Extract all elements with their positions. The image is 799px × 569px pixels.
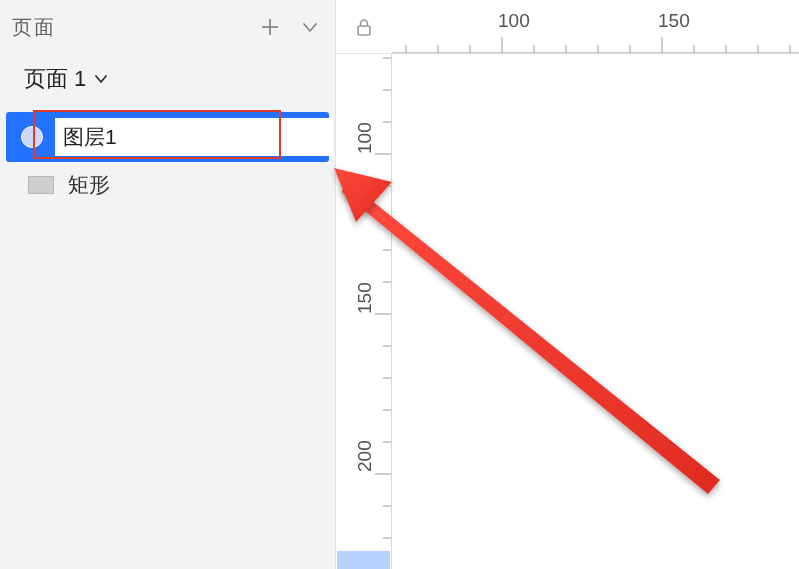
h-ruler-ticks (392, 31, 799, 53)
lock-toggle[interactable] (336, 0, 392, 54)
panel-header: 页面 (0, 0, 335, 54)
layer-label: 矩形 (68, 171, 110, 199)
v-ruler-selection-indicator (337, 551, 390, 569)
horizontal-ruler[interactable]: 100 150 (392, 0, 799, 54)
v-ruler-label-200: 200 (354, 440, 376, 472)
page-label: 页面 1 (24, 64, 86, 94)
layer-rename-input[interactable] (55, 118, 333, 156)
v-ruler-label-100: 100 (354, 122, 376, 154)
pages-panel: 页面 页面 1 矩形 (0, 0, 336, 569)
vertical-ruler[interactable]: 100 150 200 (336, 54, 392, 569)
rectangle-icon (28, 176, 54, 194)
panel-title: 页面 (12, 14, 56, 41)
lock-icon (353, 16, 375, 38)
chevron-down-icon[interactable] (299, 16, 321, 38)
canvas[interactable] (392, 54, 799, 569)
v-ruler-label-150: 150 (354, 282, 376, 314)
caret-down-icon (92, 70, 110, 88)
h-ruler-label-150: 150 (658, 10, 690, 32)
page-selector[interactable]: 页面 1 (0, 54, 335, 106)
svg-rect-2 (358, 26, 370, 35)
h-ruler-label-100: 100 (498, 10, 530, 32)
layer-row-rectangle[interactable]: 矩形 (0, 162, 335, 208)
layer-row-selected[interactable] (6, 112, 329, 162)
mask-icon (21, 126, 43, 148)
plus-icon[interactable] (259, 16, 281, 38)
